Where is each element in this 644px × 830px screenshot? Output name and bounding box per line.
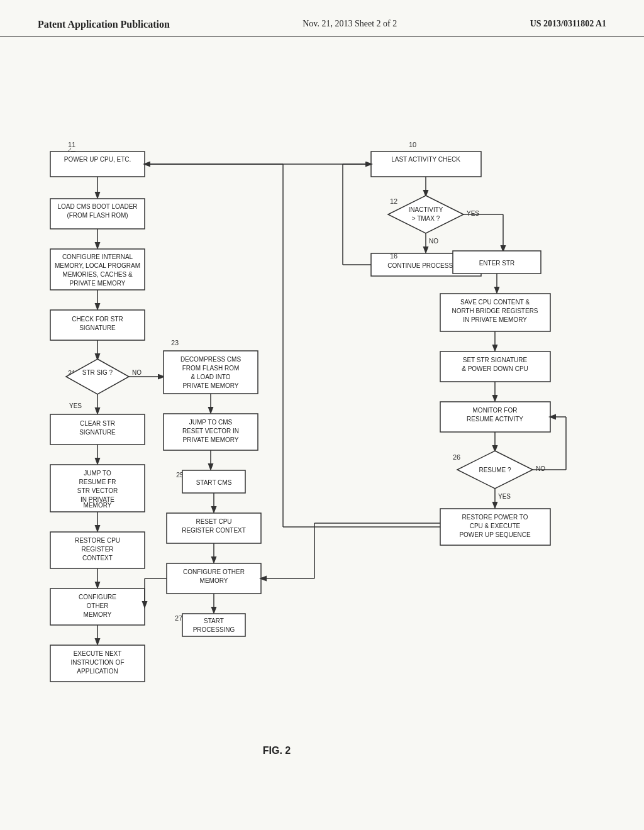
header-right: US 2013/0311802 A1 bbox=[530, 19, 606, 29]
svg-text:YES: YES bbox=[467, 210, 479, 217]
svg-text:REGISTER CONTEXT: REGISTER CONTEXT bbox=[182, 527, 246, 534]
svg-marker-22 bbox=[66, 359, 129, 394]
svg-text:RESET CPU: RESET CPU bbox=[196, 518, 231, 525]
svg-text:RESTORE CPU: RESTORE CPU bbox=[75, 537, 120, 544]
svg-rect-92 bbox=[371, 152, 481, 177]
svg-text:NO: NO bbox=[536, 465, 545, 472]
svg-text:POWER UP CPU, ETC.: POWER UP CPU, ETC. bbox=[64, 156, 131, 163]
svg-text:CONFIGURE: CONFIGURE bbox=[79, 594, 116, 600]
node-30: 30 CLEAR STR SIGNATURE bbox=[50, 414, 145, 445]
svg-text:RESUME ACTIVITY: RESUME ACTIVITY bbox=[467, 416, 523, 423]
svg-text:SIGNATURE: SIGNATURE bbox=[79, 429, 116, 436]
diagram-area: 11 POWER UP CPU, ETC. 13 LOAD CMS BOOT L… bbox=[0, 37, 644, 792]
node-28: 28 RESTORE POWER TO CPU & EXECUTE POWER … bbox=[440, 509, 550, 545]
svg-text:INACTIVITY: INACTIVITY bbox=[408, 206, 443, 213]
svg-text:EXECUTE NEXT: EXECUTE NEXT bbox=[74, 650, 122, 657]
svg-text:PRIVATE MEMORY: PRIVATE MEMORY bbox=[183, 382, 239, 389]
svg-text:11: 11 bbox=[68, 141, 75, 148]
node-27b: 27B CONFIGURE OTHER MEMORY bbox=[167, 563, 261, 594]
svg-text:PROCESSING: PROCESSING bbox=[193, 626, 235, 633]
svg-text:CLEAR STR: CLEAR STR bbox=[80, 420, 115, 427]
svg-text:23: 23 bbox=[171, 339, 179, 346]
svg-text:PRIVATE MEMORY: PRIVATE MEMORY bbox=[70, 280, 126, 287]
node-11: 11 POWER UP CPU, ETC. bbox=[50, 141, 145, 177]
svg-text:YES: YES bbox=[69, 402, 82, 409]
svg-text:10: 10 bbox=[409, 141, 416, 148]
svg-text:PRIVATE MEMORY: PRIVATE MEMORY bbox=[183, 436, 239, 443]
svg-text:INSTRUCTION OF: INSTRUCTION OF bbox=[71, 659, 125, 666]
svg-text:> TMAX ?: > TMAX ? bbox=[412, 215, 440, 222]
svg-text:RESUME FR: RESUME FR bbox=[79, 479, 116, 485]
node-13: 13 LOAD CMS BOOT LOADER (FROM FLASH ROM) bbox=[50, 199, 145, 229]
svg-text:LOAD CMS BOOT LOADER: LOAD CMS BOOT LOADER bbox=[57, 203, 137, 210]
svg-text:REGISTER: REGISTER bbox=[81, 546, 113, 553]
svg-text:JUMP TO: JUMP TO bbox=[84, 470, 111, 477]
node-10: 10 LAST ACTIVITY CHECK bbox=[371, 141, 481, 177]
svg-text:MEMORY: MEMORY bbox=[84, 502, 112, 509]
svg-text:ENTER STR: ENTER STR bbox=[479, 260, 515, 267]
svg-text:NORTH BRIDGE REGISTERS: NORTH BRIDGE REGISTERS bbox=[452, 307, 538, 314]
svg-rect-1 bbox=[50, 152, 145, 177]
page: Patent Application Publication Nov. 21, … bbox=[0, 0, 644, 830]
svg-text:& POWER DOWN CPU: & POWER DOWN CPU bbox=[462, 365, 528, 372]
svg-text:MONITOR FOR: MONITOR FOR bbox=[473, 407, 518, 414]
node-34: 34 RESTORE CPU REGISTER CONTEXT bbox=[50, 532, 145, 568]
svg-marker-96 bbox=[388, 196, 464, 233]
svg-text:SAVE CPU CONTENT &: SAVE CPU CONTENT & bbox=[460, 299, 530, 306]
node-12: 12 INACTIVITY > TMAX ? bbox=[388, 196, 464, 233]
svg-text:CHECK FOR STR: CHECK FOR STR bbox=[72, 316, 123, 323]
node-25a: 25 JUMP TO CMS RESET VECTOR IN PRIVATE M… bbox=[164, 414, 258, 450]
node-23: 23 DECOMPRESS CMS FROM FLASH ROM & LOAD … bbox=[164, 339, 258, 394]
svg-text:SET STR SIGNATURE: SET STR SIGNATURE bbox=[463, 357, 528, 363]
svg-text:MEMORY: MEMORY bbox=[200, 577, 228, 584]
node-21: 21 STR SIG ? bbox=[66, 359, 129, 394]
svg-text:CONTEXT: CONTEXT bbox=[82, 555, 113, 562]
svg-text:CPU & EXECUTE: CPU & EXECUTE bbox=[470, 523, 521, 529]
svg-text:START CMS: START CMS bbox=[196, 479, 232, 486]
node-38: 38 EXECUTE NEXT INSTRUCTION OF APPLICATI… bbox=[50, 645, 145, 682]
svg-text:& LOAD INTO: & LOAD INTO bbox=[191, 374, 230, 380]
svg-text:STR SIG ?: STR SIG ? bbox=[82, 369, 113, 376]
svg-text:(FROM FLASH ROM): (FROM FLASH ROM) bbox=[67, 212, 128, 219]
svg-text:LAST ACTIVITY CHECK: LAST ACTIVITY CHECK bbox=[391, 156, 460, 163]
svg-text:RESET VECTOR IN: RESET VECTOR IN bbox=[182, 428, 239, 434]
node-18: 18 SAVE CPU CONTENT & NORTH BRIDGE REGIS… bbox=[440, 294, 550, 331]
header-left: Patent Application Publication bbox=[38, 19, 170, 30]
svg-text:OTHER: OTHER bbox=[87, 602, 109, 609]
svg-text:26: 26 bbox=[453, 453, 460, 461]
svg-text:MEMORY: MEMORY bbox=[84, 611, 112, 618]
svg-text:SIGNATURE: SIGNATURE bbox=[79, 324, 116, 331]
svg-text:IN PRIVATE MEMORY: IN PRIVATE MEMORY bbox=[463, 316, 527, 323]
svg-text:RESTORE POWER TO: RESTORE POWER TO bbox=[462, 514, 528, 521]
svg-text:JUMP TO CMS: JUMP TO CMS bbox=[189, 419, 233, 426]
svg-text:NO: NO bbox=[429, 238, 438, 245]
svg-text:NO: NO bbox=[132, 369, 142, 376]
header-center: Nov. 21, 2013 Sheet 2 of 2 bbox=[303, 19, 397, 29]
svg-text:POWER UP SEQUENCE: POWER UP SEQUENCE bbox=[459, 531, 530, 538]
svg-text:12: 12 bbox=[390, 197, 397, 205]
node-19: 19 CHECK FOR STR SIGNATURE bbox=[50, 310, 145, 340]
node-15: 15 CONFIGURE INTERNAL MEMORY, LOCAL PROG… bbox=[50, 249, 145, 290]
svg-text:CONFIGURE OTHER: CONFIGURE OTHER bbox=[183, 568, 245, 575]
flowchart-svg: 11 POWER UP CPU, ETC. 13 LOAD CMS BOOT L… bbox=[0, 37, 644, 792]
node-24: 24 MONITOR FOR RESUME ACTIVITY bbox=[440, 402, 550, 432]
svg-text:START: START bbox=[204, 617, 224, 624]
svg-text:YES: YES bbox=[498, 493, 511, 500]
svg-text:STR VECTOR: STR VECTOR bbox=[77, 487, 118, 494]
svg-text:MEMORY, LOCAL PROGRAM: MEMORY, LOCAL PROGRAM bbox=[55, 262, 140, 269]
svg-text:MEMORIES, CACHES &: MEMORIES, CACHES & bbox=[62, 271, 132, 278]
svg-text:DECOMPRESS CMS: DECOMPRESS CMS bbox=[180, 356, 241, 363]
page-header: Patent Application Publication Nov. 21, … bbox=[0, 0, 644, 37]
node-27a: 27A RESET CPU REGISTER CONTEXT bbox=[167, 513, 261, 543]
svg-text:FIG. 2: FIG. 2 bbox=[263, 745, 291, 756]
svg-text:APPLICATION: APPLICATION bbox=[77, 668, 118, 675]
node-25b: 25 START CMS bbox=[176, 470, 245, 493]
node-32: 32 JUMP TO RESUME FR STR VECTOR IN PRIVA… bbox=[50, 465, 145, 512]
svg-text:16: 16 bbox=[390, 252, 397, 260]
svg-text:FROM FLASH ROM: FROM FLASH ROM bbox=[182, 365, 240, 372]
svg-text:CONFIGURE INTERNAL: CONFIGURE INTERNAL bbox=[62, 253, 133, 260]
node-26: 26 RESUME ? bbox=[453, 451, 533, 489]
svg-text:RESUME ?: RESUME ? bbox=[479, 467, 511, 473]
node-20: 20 SET STR SIGNATURE & POWER DOWN CPU bbox=[440, 351, 550, 382]
node-27c: 27C START PROCESSING bbox=[175, 614, 245, 636]
